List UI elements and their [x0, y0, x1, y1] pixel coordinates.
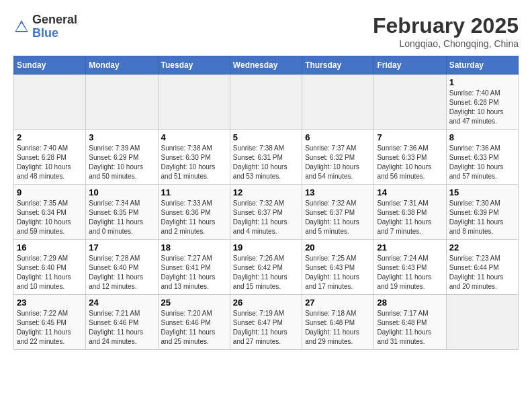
day-info: Sunrise: 7:27 AM Sunset: 6:41 PM Dayligh…	[161, 254, 227, 291]
calendar-cell: 8Sunrise: 7:36 AM Sunset: 6:33 PM Daylig…	[446, 130, 518, 185]
calendar-cell: 15Sunrise: 7:30 AM Sunset: 6:39 PM Dayli…	[446, 185, 518, 240]
day-number: 6	[305, 132, 371, 142]
week-row-0: 1Sunrise: 7:40 AM Sunset: 6:28 PM Daylig…	[14, 75, 519, 130]
day-info: Sunrise: 7:20 AM Sunset: 6:46 PM Dayligh…	[161, 309, 227, 347]
day-number: 25	[161, 298, 227, 308]
calendar-cell: 22Sunrise: 7:23 AM Sunset: 6:44 PM Dayli…	[446, 240, 518, 295]
day-number: 4	[161, 132, 227, 142]
day-info: Sunrise: 7:19 AM Sunset: 6:47 PM Dayligh…	[233, 309, 299, 347]
day-number: 10	[89, 187, 154, 197]
day-info: Sunrise: 7:31 AM Sunset: 6:38 PM Dayligh…	[377, 199, 443, 236]
calendar-cell: 13Sunrise: 7:32 AM Sunset: 6:37 PM Dayli…	[302, 185, 374, 240]
month-title: February 2025	[373, 13, 519, 38]
weekday-header-monday: Monday	[86, 56, 158, 75]
calendar-cell: 10Sunrise: 7:34 AM Sunset: 6:35 PM Dayli…	[86, 185, 158, 240]
day-number: 2	[17, 132, 83, 142]
day-info: Sunrise: 7:22 AM Sunset: 6:45 PM Dayligh…	[17, 309, 83, 347]
calendar-cell: 18Sunrise: 7:27 AM Sunset: 6:41 PM Dayli…	[158, 240, 230, 295]
day-info: Sunrise: 7:38 AM Sunset: 6:31 PM Dayligh…	[233, 144, 299, 181]
calendar-cell: 21Sunrise: 7:24 AM Sunset: 6:43 PM Dayli…	[374, 240, 446, 295]
calendar-cell: 27Sunrise: 7:18 AM Sunset: 6:48 PM Dayli…	[302, 295, 374, 350]
day-number: 26	[233, 298, 299, 308]
day-number: 20	[305, 242, 371, 253]
calendar-cell: 6Sunrise: 7:37 AM Sunset: 6:32 PM Daylig…	[302, 130, 374, 185]
calendar-cell	[86, 75, 158, 130]
calendar-cell: 28Sunrise: 7:17 AM Sunset: 6:48 PM Dayli…	[374, 295, 446, 350]
day-number: 19	[233, 242, 299, 253]
calendar-cell: 23Sunrise: 7:22 AM Sunset: 6:45 PM Dayli…	[14, 295, 86, 350]
day-info: Sunrise: 7:32 AM Sunset: 6:37 PM Dayligh…	[233, 199, 299, 236]
calendar-cell: 11Sunrise: 7:33 AM Sunset: 6:36 PM Dayli…	[158, 185, 230, 240]
day-info: Sunrise: 7:25 AM Sunset: 6:43 PM Dayligh…	[305, 254, 371, 291]
day-number: 22	[449, 242, 515, 253]
day-number: 24	[89, 298, 154, 308]
weekday-header-wednesday: Wednesday	[230, 56, 302, 75]
day-number: 16	[17, 242, 83, 253]
week-row-2: 9Sunrise: 7:35 AM Sunset: 6:34 PM Daylig…	[14, 185, 519, 240]
calendar-cell	[446, 295, 518, 350]
day-info: Sunrise: 7:34 AM Sunset: 6:35 PM Dayligh…	[89, 199, 154, 236]
logo-general-text: General	[32, 13, 77, 27]
calendar-cell: 2Sunrise: 7:40 AM Sunset: 6:28 PM Daylig…	[14, 130, 86, 185]
day-info: Sunrise: 7:28 AM Sunset: 6:40 PM Dayligh…	[89, 254, 154, 291]
day-number: 7	[377, 132, 443, 142]
day-info: Sunrise: 7:21 AM Sunset: 6:46 PM Dayligh…	[89, 309, 154, 347]
calendar-table: SundayMondayTuesdayWednesdayThursdayFrid…	[13, 56, 519, 350]
weekday-header-sunday: Sunday	[14, 56, 86, 75]
day-number: 28	[377, 298, 443, 308]
calendar-cell: 26Sunrise: 7:19 AM Sunset: 6:47 PM Dayli…	[230, 295, 302, 350]
calendar-cell	[374, 75, 446, 130]
day-number: 13	[305, 187, 371, 197]
calendar-cell	[14, 75, 86, 130]
logo: General Blue	[13, 13, 77, 40]
day-number: 11	[161, 187, 227, 197]
day-number: 9	[17, 187, 83, 197]
day-info: Sunrise: 7:24 AM Sunset: 6:43 PM Dayligh…	[377, 254, 443, 291]
day-info: Sunrise: 7:17 AM Sunset: 6:48 PM Dayligh…	[377, 309, 443, 347]
day-info: Sunrise: 7:36 AM Sunset: 6:33 PM Dayligh…	[377, 144, 443, 181]
svg-marker-1	[16, 23, 27, 31]
day-info: Sunrise: 7:36 AM Sunset: 6:33 PM Dayligh…	[449, 144, 515, 181]
calendar-cell: 3Sunrise: 7:39 AM Sunset: 6:29 PM Daylig…	[86, 130, 158, 185]
calendar-cell: 19Sunrise: 7:26 AM Sunset: 6:42 PM Dayli…	[230, 240, 302, 295]
week-row-4: 23Sunrise: 7:22 AM Sunset: 6:45 PM Dayli…	[14, 295, 519, 350]
day-info: Sunrise: 7:33 AM Sunset: 6:36 PM Dayligh…	[161, 199, 227, 236]
day-number: 1	[449, 77, 515, 87]
calendar-cell: 16Sunrise: 7:29 AM Sunset: 6:40 PM Dayli…	[14, 240, 86, 295]
day-number: 23	[17, 298, 83, 308]
day-info: Sunrise: 7:26 AM Sunset: 6:42 PM Dayligh…	[233, 254, 299, 291]
day-info: Sunrise: 7:30 AM Sunset: 6:39 PM Dayligh…	[449, 199, 515, 236]
calendar-cell: 20Sunrise: 7:25 AM Sunset: 6:43 PM Dayli…	[302, 240, 374, 295]
day-number: 8	[449, 132, 515, 142]
calendar-cell	[230, 75, 302, 130]
calendar-cell	[302, 75, 374, 130]
calendar-cell: 1Sunrise: 7:40 AM Sunset: 6:28 PM Daylig…	[446, 75, 518, 130]
day-number: 12	[233, 187, 299, 197]
calendar-cell: 12Sunrise: 7:32 AM Sunset: 6:37 PM Dayli…	[230, 185, 302, 240]
weekday-header-saturday: Saturday	[446, 56, 518, 75]
day-info: Sunrise: 7:40 AM Sunset: 6:28 PM Dayligh…	[449, 89, 515, 126]
page-header: General Blue February 2025 Longqiao, Cho…	[13, 13, 519, 49]
location: Longqiao, Chongqing, China	[373, 38, 519, 49]
day-number: 15	[449, 187, 515, 197]
day-info: Sunrise: 7:18 AM Sunset: 6:48 PM Dayligh…	[305, 309, 371, 347]
day-info: Sunrise: 7:37 AM Sunset: 6:32 PM Dayligh…	[305, 144, 371, 181]
title-area: February 2025 Longqiao, Chongqing, China	[373, 13, 519, 49]
calendar-cell: 14Sunrise: 7:31 AM Sunset: 6:38 PM Dayli…	[374, 185, 446, 240]
logo-icon	[13, 19, 30, 35]
weekday-header-thursday: Thursday	[302, 56, 374, 75]
weekday-header-tuesday: Tuesday	[158, 56, 230, 75]
calendar-cell: 4Sunrise: 7:38 AM Sunset: 6:30 PM Daylig…	[158, 130, 230, 185]
day-number: 3	[89, 132, 154, 142]
day-number: 14	[377, 187, 443, 197]
day-info: Sunrise: 7:39 AM Sunset: 6:29 PM Dayligh…	[89, 144, 154, 181]
day-info: Sunrise: 7:23 AM Sunset: 6:44 PM Dayligh…	[449, 254, 515, 291]
week-row-3: 16Sunrise: 7:29 AM Sunset: 6:40 PM Dayli…	[14, 240, 519, 295]
day-info: Sunrise: 7:38 AM Sunset: 6:30 PM Dayligh…	[161, 144, 227, 181]
calendar-cell: 9Sunrise: 7:35 AM Sunset: 6:34 PM Daylig…	[14, 185, 86, 240]
day-number: 5	[233, 132, 299, 142]
calendar-cell: 17Sunrise: 7:28 AM Sunset: 6:40 PM Dayli…	[86, 240, 158, 295]
day-number: 27	[305, 298, 371, 308]
calendar-cell	[158, 75, 230, 130]
calendar-cell: 25Sunrise: 7:20 AM Sunset: 6:46 PM Dayli…	[158, 295, 230, 350]
